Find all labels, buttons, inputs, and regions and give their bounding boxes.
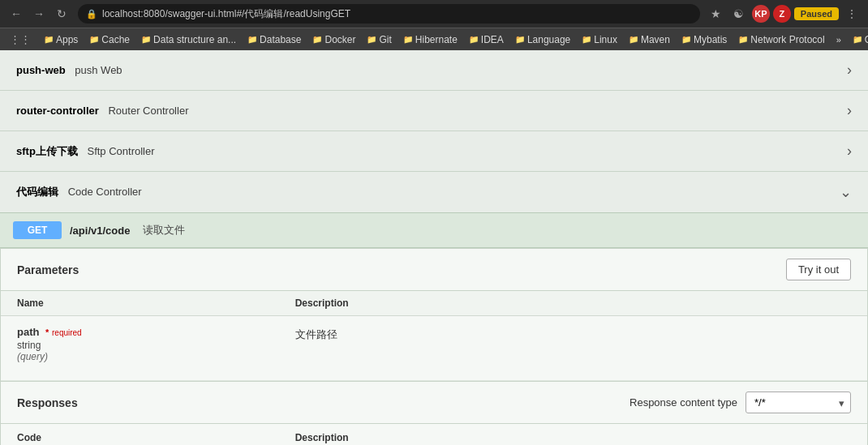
router-controller-title: router-controller Router Controller [16, 105, 188, 117]
parameters-table: Name Description path * required string … [1, 291, 867, 381]
bookmark-data-structure[interactable]: 📁 Data structure an... [136, 32, 241, 47]
hibernate-folder-icon: 📁 [403, 35, 413, 44]
profile-button[interactable]: KP [752, 5, 770, 23]
content-type-select[interactable]: */* application/json [746, 392, 851, 413]
params-table-header: Name Description [1, 291, 867, 316]
api-path: /api/v1/code [70, 225, 130, 237]
data-structure-folder-icon: 📁 [141, 35, 151, 44]
code-section-header: Code Description [1, 423, 867, 445]
bookmark-cache[interactable]: 📁 Cache [84, 32, 135, 47]
bookmark-other[interactable]: 📁 Other Bookmarks [848, 32, 868, 47]
docker-folder-icon: 📁 [312, 35, 322, 44]
col-name-header: Name [17, 297, 295, 309]
api-description: 读取文件 [143, 223, 185, 237]
back-button[interactable]: ← [6, 4, 26, 24]
browser-actions: ★ ☯ KP Z Paused ⋮ [707, 4, 862, 24]
router-chevron: › [847, 102, 852, 119]
content-type-wrapper: */* application/json [746, 392, 851, 413]
push-web-chevron: › [847, 62, 852, 79]
browser-chrome: ← → ↻ 🔒 localhost:8080/swagger-ui.html#/… [0, 0, 868, 50]
apps-folder-icon: 📁 [44, 35, 54, 44]
sftp-title: sftp上传下载 Sftp Controller [16, 144, 155, 159]
bookmark-network[interactable]: 📁 Network Protocol [733, 32, 829, 47]
bookmark-docker[interactable]: 📁 Docker [307, 32, 360, 47]
more-bookmarks-button[interactable]: » [831, 33, 846, 46]
bookmarks-bar: ⋮⋮ 📁 Apps 📁 Cache 📁 Data structure an...… [0, 28, 868, 50]
address-bar[interactable]: 🔒 localhost:8080/swagger-ui.html#/代码编辑/r… [78, 4, 700, 24]
mybatis-folder-icon: 📁 [681, 35, 691, 44]
profile-button-2[interactable]: Z [773, 5, 791, 23]
git-folder-icon: 📁 [367, 35, 376, 44]
push-web-section: push-web push Web › [0, 50, 868, 91]
code-header[interactable]: 代码编辑 Code Controller ⌄ [0, 172, 868, 212]
paused-badge: Paused [794, 7, 839, 20]
cache-folder-icon: 📁 [89, 35, 99, 44]
extensions-button[interactable]: ☯ [729, 4, 749, 24]
apps-grid-icon[interactable]: ⋮⋮ [6, 32, 34, 47]
parameters-header: Parameters Try it out [1, 249, 867, 291]
required-star: * [45, 327, 49, 337]
router-controller-header[interactable]: router-controller Router Controller › [0, 91, 868, 131]
url-text: localhost:8080/swagger-ui.html#/代码编辑/rea… [102, 7, 350, 21]
network-folder-icon: 📁 [738, 35, 748, 44]
language-folder-icon: 📁 [515, 35, 525, 44]
param-row-path: path * required string (query) 文件路径 [1, 316, 867, 381]
code-chevron: ⌄ [840, 183, 852, 201]
content-type-label: Response content type [630, 396, 737, 409]
star-button[interactable]: ★ [707, 4, 726, 24]
parameters-title: Parameters [17, 263, 79, 276]
bookmark-hibernate[interactable]: 📁 Hibernate [398, 32, 462, 47]
param-description: 文件路径 [295, 326, 851, 370]
push-web-header[interactable]: push-web push Web › [0, 50, 868, 90]
col-desc-header: Description [295, 297, 851, 309]
code-title: 代码编辑 Code Controller [16, 185, 142, 199]
code-col-header: Code [17, 432, 295, 443]
bookmark-apps[interactable]: 📁 Apps [39, 32, 83, 47]
param-name: path [17, 326, 39, 338]
database-folder-icon: 📁 [247, 35, 257, 44]
code-section: 代码编辑 Code Controller ⌄ GET /api/v1/code … [0, 172, 868, 445]
responses-section: Responses Response content type */* appl… [1, 381, 867, 423]
bookmark-database[interactable]: 📁 Database [243, 32, 306, 47]
param-location: (query) [17, 351, 295, 362]
api-row[interactable]: GET /api/v1/code 读取文件 [0, 213, 868, 248]
parameters-section: Parameters Try it out Name Description p… [0, 248, 868, 445]
param-name-line: path * required [17, 326, 295, 338]
lock-icon: 🔒 [86, 9, 97, 19]
reload-button[interactable]: ↻ [52, 4, 71, 24]
browser-top-bar: ← → ↻ 🔒 localhost:8080/swagger-ui.html#/… [0, 0, 868, 28]
sftp-header[interactable]: sftp上传下载 Sftp Controller › [0, 131, 868, 171]
responses-title: Responses [17, 396, 630, 409]
param-type: string [17, 340, 295, 351]
other-folder-icon: 📁 [853, 35, 862, 44]
param-name-col: path * required string (query) [17, 326, 295, 370]
menu-button[interactable]: ⋮ [842, 4, 862, 24]
sftp-section: sftp上传下载 Sftp Controller › [0, 131, 868, 172]
sftp-chevron: › [847, 143, 852, 160]
idea-folder-icon: 📁 [469, 35, 479, 44]
bookmark-language[interactable]: 📁 Language [510, 32, 575, 47]
profile-initial-2: Z [779, 9, 784, 19]
forward-button[interactable]: → [29, 4, 49, 24]
bookmark-git[interactable]: 📁 Git [362, 32, 396, 47]
bookmark-maven[interactable]: 📁 Maven [624, 32, 675, 47]
bookmark-idea[interactable]: 📁 IDEA [464, 32, 509, 47]
try-it-out-button[interactable]: Try it out [786, 259, 851, 280]
bookmark-linux[interactable]: 📁 Linux [577, 32, 622, 47]
bookmark-mybatis[interactable]: 📁 Mybatis [677, 32, 732, 47]
required-label: required [52, 328, 82, 337]
linux-folder-icon: 📁 [582, 35, 591, 44]
profile-initial: KP [754, 9, 767, 19]
code-desc-col-header: Description [295, 432, 851, 443]
method-badge: GET [13, 221, 62, 239]
api-expanded-section: GET /api/v1/code 读取文件 Parameters Try it … [0, 212, 868, 445]
maven-folder-icon: 📁 [629, 35, 638, 44]
swagger-content: push-web push Web › router-controller Ro… [0, 50, 868, 445]
push-web-title: push-web push Web [16, 64, 122, 76]
nav-buttons: ← → ↻ [6, 4, 71, 24]
router-controller-section: router-controller Router Controller › [0, 91, 868, 131]
